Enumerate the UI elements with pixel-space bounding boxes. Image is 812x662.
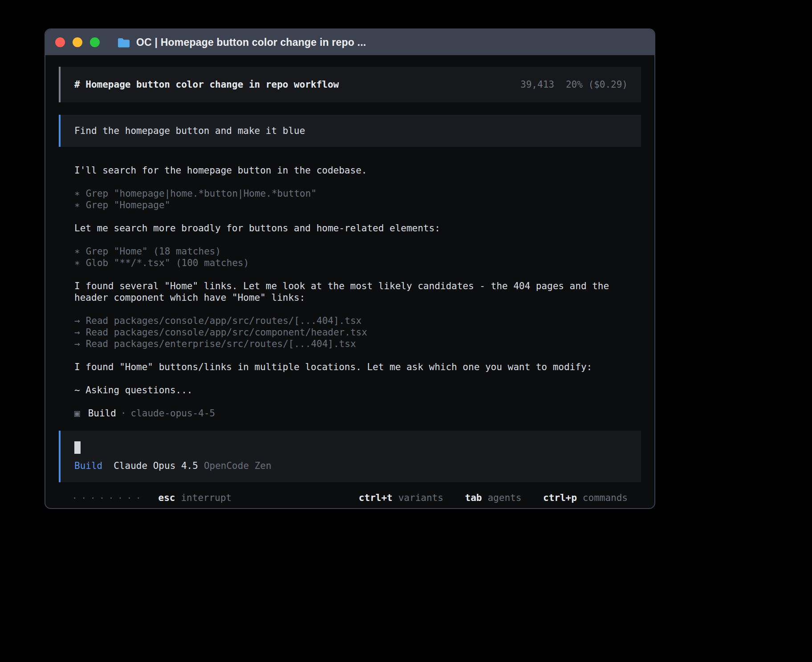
tool-call-read[interactable]: →Read packages/enterprise/src/routes/[..… [74, 338, 639, 350]
tool-call-group: ∗Grep "homepage|home.*button|Home.*butto… [74, 188, 639, 211]
user-message-text: Find the homepage button and make it blu… [74, 125, 305, 137]
agent-attribution: ▣Build·claude-opus-4-5 [74, 408, 639, 419]
esc-key-hint: esc [158, 492, 175, 504]
terminal-content: # Homepage button color change in repo w… [45, 55, 654, 504]
token-count: 39,413 [520, 79, 554, 90]
assistant-transcript: I'll search for the homepage button in t… [59, 165, 641, 419]
session-title: # Homepage button color change in repo w… [74, 79, 339, 90]
agent-square-icon: ▣ [74, 408, 80, 419]
window-titlebar[interactable]: OC | Homepage button color change in rep… [45, 29, 654, 55]
shortcut-key: tab [465, 492, 482, 503]
terminal-window: OC | Homepage button color change in rep… [45, 28, 655, 509]
agent-model: claude-opus-4-5 [131, 408, 215, 419]
minimize-window-button[interactable] [73, 37, 82, 47]
asterisk-icon: ∗ [74, 188, 80, 199]
input-meta: BuildClaude Opus 4.5OpenCode Zen [74, 460, 628, 472]
shortcut-variants: ctrl+tvariants [359, 492, 443, 503]
shortcut-commands: ctrl+pcommands [543, 492, 628, 503]
tool-call-grep[interactable]: ∗Grep "Homepage" [74, 199, 639, 211]
text-cursor[interactable] [74, 441, 81, 454]
tool-call-glob[interactable]: ∗Glob "**/*.tsx" (100 matches) [74, 257, 639, 269]
session-header: # Homepage button color change in repo w… [59, 67, 641, 102]
tool-call-read[interactable]: →Read packages/console/app/src/routes/[.… [74, 315, 639, 327]
zoom-window-button[interactable] [90, 37, 100, 47]
tool-call-text: Grep "Homepage" [86, 200, 171, 210]
esc-key-label: interrupt [181, 492, 231, 504]
prompt-input[interactable]: BuildClaude Opus 4.5OpenCode Zen [59, 431, 641, 482]
tool-call-group: ∗Grep "Home" (18 matches) ∗Glob "**/*.ts… [74, 246, 639, 269]
status-line: ~ Asking questions... [74, 384, 639, 396]
assistant-paragraph: Let me search more broadly for buttons a… [74, 222, 639, 234]
user-message: Find the homepage button and make it blu… [59, 115, 641, 147]
close-window-button[interactable] [55, 37, 65, 47]
tool-call-group: →Read packages/console/app/src/routes/[.… [74, 315, 639, 350]
tool-call-text: Read packages/console/app/src/routes/[..… [86, 315, 362, 326]
dot-separator: · [121, 408, 126, 419]
asterisk-icon: ∗ [74, 257, 80, 269]
tool-call-text: Grep "homepage|home.*button|Home.*button… [86, 188, 317, 199]
shortcut-label: variants [398, 492, 443, 503]
arrow-right-icon: → [74, 338, 80, 350]
context-percentage: 20% ($0.29) [566, 79, 628, 90]
tool-call-text: Read packages/console/app/src/component/… [86, 327, 367, 338]
assistant-paragraph: I found "Home" buttons/links in multiple… [74, 361, 639, 373]
spinner-dots-icon: ········ [72, 492, 145, 504]
input-agent-mode[interactable]: Build [74, 460, 102, 471]
input-model-name[interactable]: Claude Opus 4.5 [114, 460, 198, 471]
asterisk-icon: ∗ [74, 246, 80, 257]
folder-icon [117, 37, 130, 48]
input-provider-name: OpenCode Zen [204, 460, 272, 471]
status-bar: ········ escinterrupt ctrl+tvariants tab… [72, 492, 628, 504]
shortcut-key: ctrl+p [543, 492, 577, 503]
status-bar-right: ctrl+tvariants tabagents ctrl+pcommands [359, 492, 628, 504]
assistant-paragraph: I found several "Home" links. Let me loo… [74, 280, 639, 303]
shortcut-key: ctrl+t [359, 492, 393, 503]
assistant-paragraph: I'll search for the homepage button in t… [74, 165, 639, 176]
window-title: OC | Homepage button color change in rep… [136, 36, 366, 48]
tool-call-grep[interactable]: ∗Grep "homepage|home.*button|Home.*butto… [74, 188, 639, 199]
tool-call-grep[interactable]: ∗Grep "Home" (18 matches) [74, 246, 639, 257]
arrow-right-icon: → [74, 327, 80, 338]
arrow-right-icon: → [74, 315, 80, 327]
tool-call-text: Read packages/enterprise/src/routes/[...… [86, 339, 356, 349]
tool-call-read[interactable]: →Read packages/console/app/src/component… [74, 327, 639, 338]
shortcut-agents: tabagents [465, 492, 522, 503]
shortcut-label: agents [487, 492, 521, 503]
agent-name: Build [88, 408, 116, 419]
tool-call-text: Grep "Home" (18 matches) [86, 246, 221, 257]
tool-call-text: Glob "**/*.tsx" (100 matches) [86, 258, 249, 268]
asterisk-icon: ∗ [74, 199, 80, 211]
status-bar-left: ········ escinterrupt [72, 492, 231, 504]
shortcut-label: commands [583, 492, 628, 503]
session-stats: 39,41320% ($0.29) [520, 79, 628, 90]
